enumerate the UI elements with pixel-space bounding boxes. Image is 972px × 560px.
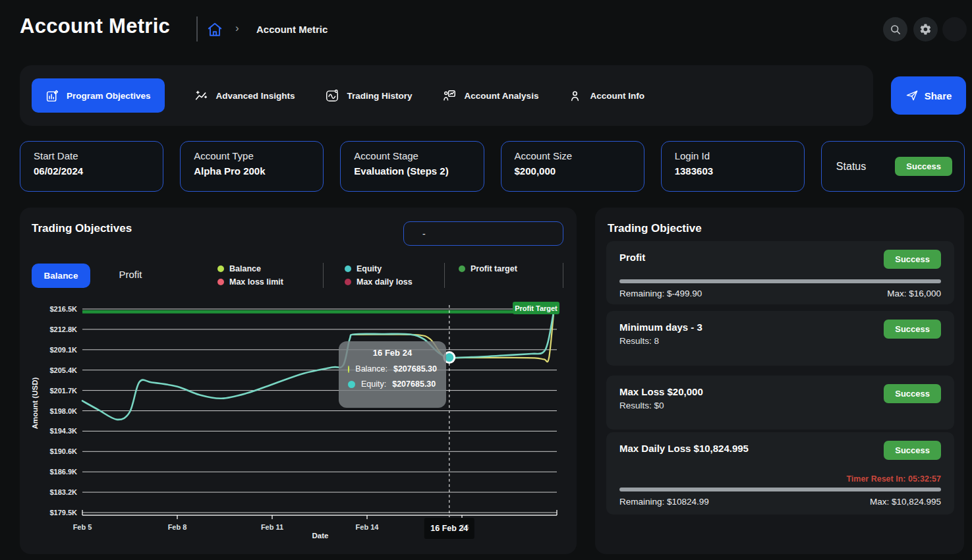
timer-reset-text: Timer Reset In: 05:32:57 xyxy=(846,474,941,484)
tooltip-balance-row: Balance: $207685.30 xyxy=(348,364,437,374)
objective-title: Profit xyxy=(619,252,645,263)
card-value: 1383603 xyxy=(675,165,791,177)
gear-icon xyxy=(919,23,932,36)
remaining-value: Remaining: $10824.99 xyxy=(619,497,709,507)
legend-divider xyxy=(323,263,324,288)
svg-text:Date: Date xyxy=(312,532,329,540)
max-value: Max: $10,824.995 xyxy=(870,497,941,507)
tooltip-value: $207685.30 xyxy=(392,379,436,389)
avatar[interactable] xyxy=(942,17,967,42)
tab-label: Program Objectives xyxy=(67,91,151,101)
panel-title: Trading Objectives xyxy=(32,222,132,235)
card-label: Account Stage xyxy=(354,150,470,161)
tab-advanced-insights[interactable]: Advanced Insights xyxy=(194,89,295,103)
svg-text:$216.5K: $216.5K xyxy=(49,305,77,313)
equity-dot-icon xyxy=(348,381,355,388)
legend-balance[interactable]: Balance xyxy=(217,264,261,273)
legend-divider xyxy=(444,263,445,288)
tab-trading-history[interactable]: Trading History xyxy=(325,88,413,103)
status-badge[interactable]: Success xyxy=(895,157,952,176)
card-label: Login Id xyxy=(675,150,791,161)
max-loss-limit-dot-icon xyxy=(217,279,224,285)
tab-account-analysis[interactable]: Account Analysis xyxy=(442,88,539,103)
legend-label: Profit target xyxy=(471,264,517,273)
objective-title: Max Daily Loss $10,824.995 xyxy=(619,443,749,454)
equity-dot-icon xyxy=(345,266,351,272)
svg-text:$209.1K: $209.1K xyxy=(49,346,77,354)
legend-profit-target[interactable]: Profit target xyxy=(459,264,517,273)
balance-dot-icon xyxy=(348,366,349,373)
account-type-card: Account Type Alpha Pro 200k xyxy=(180,141,324,192)
account-info-row: Start Date 06/02/2024 Account Type Alpha… xyxy=(20,141,965,192)
legend-max-loss-limit[interactable]: Max loss limit xyxy=(217,277,283,287)
legend-max-daily-loss[interactable]: Max daily loss xyxy=(345,277,413,287)
objective-results: Results: $0 xyxy=(619,401,664,410)
tooltip-label: Equity: xyxy=(361,379,386,389)
card-label: Account Size xyxy=(515,150,631,161)
tab-label: Account Info xyxy=(590,91,644,101)
chart-tooltip: 16 Feb 24 Balance: $207685.30 Equity: $2… xyxy=(339,341,446,408)
max-daily-loss-objective-card: Max Daily Loss $10,824.995 Success Timer… xyxy=(606,432,954,515)
objective-title: Minimum days - 3 xyxy=(619,322,702,333)
profit-tab[interactable]: Profit xyxy=(110,269,151,280)
svg-text:$186.9K: $186.9K xyxy=(49,468,77,476)
remaining-value: Remaining: $-499.90 xyxy=(619,289,702,298)
share-label: Share xyxy=(925,90,952,101)
card-value: Evaluation (Steps 2) xyxy=(354,165,470,177)
card-label: Start Date xyxy=(34,150,150,161)
svg-text:Amount (USD): Amount (USD) xyxy=(31,378,39,430)
card-label: Account Type xyxy=(194,150,310,161)
balance-equity-chart: $216.5K$212.8K$209.1K$205.4K$201.7K$198.… xyxy=(20,300,577,554)
tooltip-value: $207685.30 xyxy=(393,364,437,374)
svg-text:$198.0K: $198.0K xyxy=(49,407,77,415)
balance-tab-label: Balance xyxy=(44,271,78,281)
svg-text:$201.7K: $201.7K xyxy=(49,387,77,395)
card-value: 06/02/2024 xyxy=(34,165,150,177)
balance-dot-icon xyxy=(217,266,224,272)
home-icon[interactable] xyxy=(206,21,223,38)
account-stage-card: Account Stage Evaluation (Steps 2) xyxy=(340,141,484,192)
tab-label: Trading History xyxy=(347,91,413,101)
success-badge[interactable]: Success xyxy=(884,320,941,339)
header-divider xyxy=(196,16,198,42)
max-loss-objective-card: Max Loss $20,000 Results: $0 Success xyxy=(606,376,954,430)
tab-program-objectives[interactable]: Program Objectives xyxy=(32,78,165,113)
share-button[interactable]: Share xyxy=(891,76,966,115)
search-icon xyxy=(889,23,902,36)
legend-label: Balance xyxy=(229,264,261,273)
max-daily-loss-dot-icon xyxy=(345,279,351,285)
tab-label: Advanced Insights xyxy=(216,91,295,101)
settings-button[interactable] xyxy=(913,17,938,42)
login-id-card: Login Id 1383603 xyxy=(661,141,805,192)
bar-chart-icon xyxy=(45,89,59,103)
tab-account-info[interactable]: Account Info xyxy=(568,89,644,103)
search-button[interactable] xyxy=(883,17,907,42)
page: Account Metric › Account Metric Program … xyxy=(0,0,972,560)
share-icon xyxy=(905,89,919,102)
balance-tab[interactable]: Balance xyxy=(32,264,90,288)
legend-equity[interactable]: Equity xyxy=(345,264,382,273)
trading-objectives-panel: Trading Objectives - Balance Profit Bala… xyxy=(20,208,577,554)
success-badge[interactable]: Success xyxy=(884,441,941,460)
progress-bar xyxy=(619,279,941,283)
page-title: Account Metric xyxy=(20,14,170,38)
profit-objective-card: Profit Success Remaining: $-499.90 Max: … xyxy=(606,241,954,304)
panel-title: Trading Objective xyxy=(608,222,702,235)
svg-text:Profit Target: Profit Target xyxy=(515,304,557,312)
dropdown-value: - xyxy=(422,229,426,239)
svg-text:Feb 14: Feb 14 xyxy=(356,523,380,531)
legend-divider xyxy=(563,263,563,288)
tooltip-label: Balance: xyxy=(355,364,387,374)
breadcrumb[interactable]: Account Metric xyxy=(256,24,328,35)
svg-text:$212.8K: $212.8K xyxy=(49,325,77,333)
card-value: $200,000 xyxy=(515,165,631,177)
tooltip-date: 16 Feb 24 xyxy=(348,348,437,358)
svg-text:16 Feb 24: 16 Feb 24 xyxy=(430,524,468,533)
success-badge[interactable]: Success xyxy=(884,250,941,269)
minimum-days-objective-card: Minimum days - 3 Results: 8 Success xyxy=(606,311,954,366)
objective-results: Results: 8 xyxy=(619,336,659,346)
account-size-card: Account Size $200,000 xyxy=(501,141,644,192)
success-badge[interactable]: Success xyxy=(884,384,941,403)
chart-filter-dropdown[interactable]: - xyxy=(403,221,563,246)
history-chart-icon xyxy=(325,88,339,103)
